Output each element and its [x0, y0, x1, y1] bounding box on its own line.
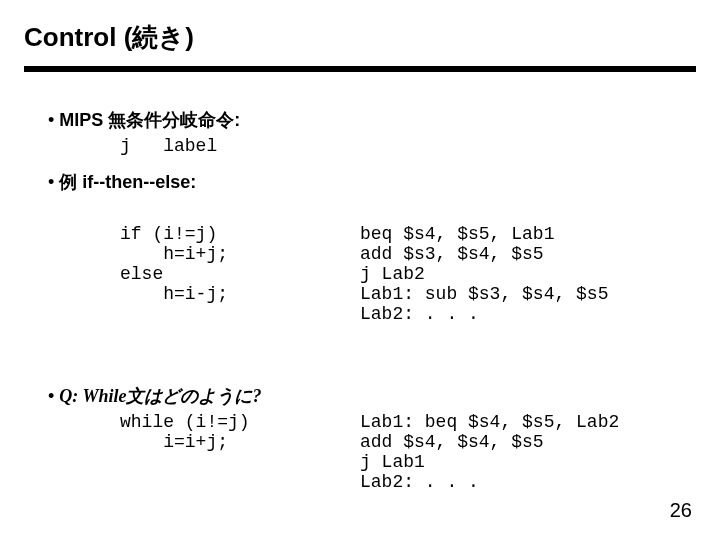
slide-body: MIPS 無条件分岐命令: j label 例 if--then--else: …: [48, 100, 688, 492]
title-underline: [24, 66, 696, 72]
bullet-mips-bold: 無条件分岐命令:: [108, 110, 240, 130]
bullet-mips-prefix: MIPS: [59, 110, 108, 130]
while-c-code: while (i!=j) i=i+j;: [120, 412, 320, 492]
while-example-row: while (i!=j) i=i+j; Lab1: beq $s4, $s5, …: [120, 412, 688, 492]
slide-title: Control (続き): [24, 20, 194, 55]
if-c-code: if (i!=j) h=i+j; else h=i-j;: [120, 224, 320, 324]
page-number: 26: [670, 499, 692, 522]
bullet-question: Q: While文はどのように?: [48, 384, 688, 408]
if-asm-code: beq $s4, $s5, Lab1 add $s3, $s4, $s5 j L…: [360, 224, 688, 324]
bullet-mips: MIPS 無条件分岐命令:: [48, 108, 688, 132]
while-asm-code: Lab1: beq $s4, $s5, Lab2 add $s4, $s4, $…: [360, 412, 688, 492]
bullet-question-text: Q: While文はどのように?: [59, 386, 261, 406]
slide: Control (続き) MIPS 無条件分岐命令: j label 例 if-…: [0, 0, 720, 540]
if-example-row: if (i!=j) h=i+j; else h=i-j; beq $s4, $s…: [120, 224, 688, 324]
j-instruction: j label: [120, 136, 688, 156]
bullet-example: 例 if--then--else:: [48, 170, 688, 194]
